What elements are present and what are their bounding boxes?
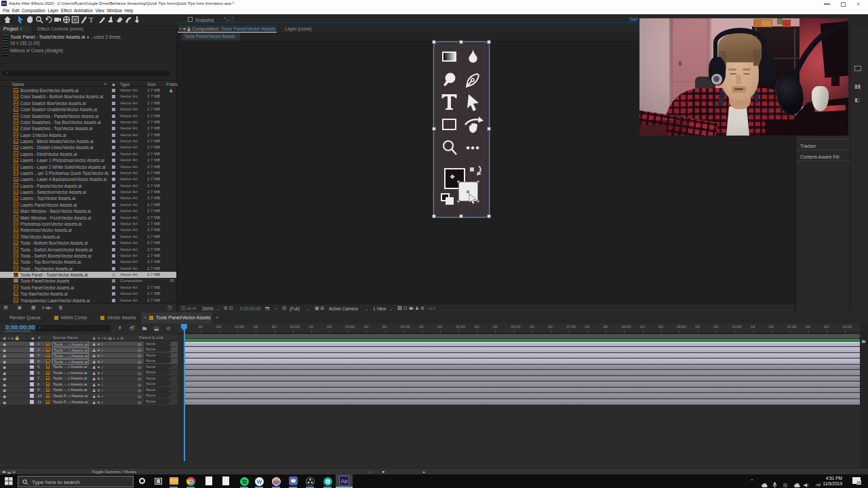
svg-text:T: T: [89, 16, 94, 24]
